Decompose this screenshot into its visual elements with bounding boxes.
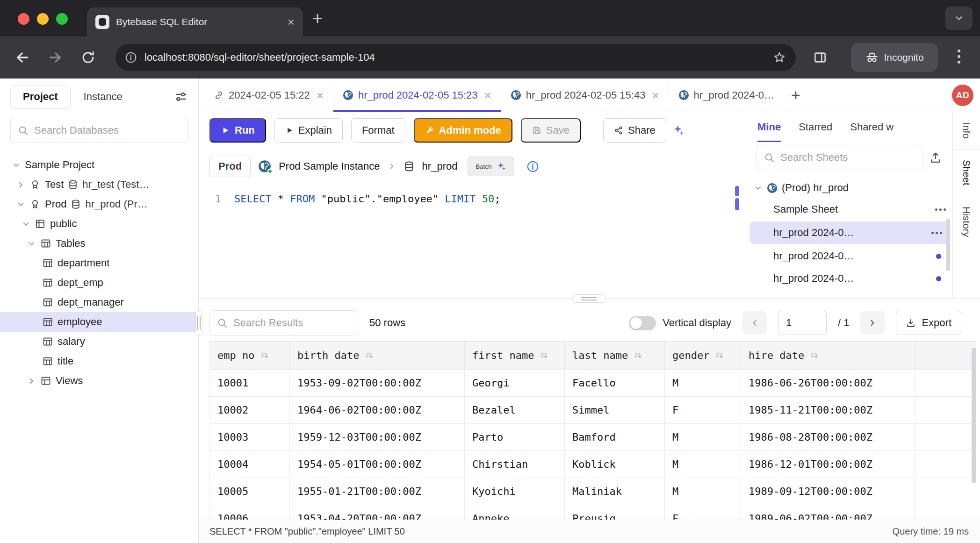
admin-mode-button[interactable]: Admin mode [414, 118, 512, 143]
tree-item-salary[interactable]: salary [0, 332, 198, 351]
save-button[interactable]: Save [521, 118, 581, 143]
column-header-gender[interactable]: gender [665, 342, 741, 370]
sheet-panel-scrollbar[interactable] [946, 219, 950, 271]
database-search-input[interactable] [34, 124, 181, 136]
share-button[interactable]: Share [603, 118, 666, 143]
batch-button[interactable]: Batch [468, 157, 514, 176]
line-number: 1 [199, 193, 234, 205]
tree-item-prod[interactable]: Prod hr_prod (Pr… [0, 194, 198, 214]
sheet-tab-close-icon[interactable]: × [317, 89, 324, 101]
sheet-item-3[interactable]: hr_prod 2024-0… [746, 245, 952, 267]
sheet-tab-3[interactable]: hr_prod 2024-02-05 15:43 × [501, 79, 669, 112]
results-search-input[interactable] [233, 317, 351, 329]
tree-item-employee[interactable]: employee [0, 312, 198, 332]
postgres-icon [343, 90, 353, 100]
sheet-item-4[interactable]: hr_prod 2024-0… [746, 267, 952, 290]
tab-sheet[interactable]: Sheet [961, 150, 972, 196]
tree-item-views[interactable]: Views [0, 371, 198, 391]
tab-project[interactable]: Project [10, 85, 71, 108]
scrollbar-mark[interactable] [735, 186, 739, 196]
tab-instance[interactable]: Instance [84, 91, 122, 103]
sql-editor[interactable]: 1 SELECT * FROM "public"."employee" LIMI… [199, 184, 746, 298]
tree-item-tables[interactable]: Tables [0, 234, 198, 253]
tab-search-button[interactable] [945, 7, 973, 30]
tree-item-test[interactable]: Test hr_test (Test… [0, 175, 198, 194]
panel-splitter[interactable] [199, 298, 980, 305]
window-close-button[interactable] [18, 13, 29, 25]
ai-sparkles-icon[interactable] [672, 124, 685, 137]
site-info-icon[interactable] [125, 51, 137, 64]
sheet-tab-close-icon[interactable]: × [652, 89, 659, 101]
sidebar-resize-handle[interactable] [195, 310, 202, 336]
tab-mine[interactable]: Mine [757, 112, 781, 142]
sheet-item-selected[interactable]: hr_prod 2024-0… [750, 221, 949, 244]
reload-icon[interactable] [80, 50, 96, 65]
vertical-display-toggle[interactable] [629, 316, 656, 330]
tree-item-dept-manager[interactable]: dept_manager [0, 293, 198, 312]
splitter-handle[interactable] [572, 294, 606, 303]
column-header-last-name[interactable]: last_name [565, 342, 665, 370]
url-bar[interactable]: localhost:8080/sql-editor/sheet/project-… [115, 44, 796, 71]
sheet-tab-4[interactable]: hr_prod 2024-0… [669, 79, 784, 112]
column-header-emp-no[interactable]: emp_no [210, 342, 290, 370]
caret-down-icon[interactable] [12, 161, 21, 170]
browser-tab[interactable]: Bytebase SQL Editor × [87, 7, 303, 36]
export-button[interactable]: Export [896, 311, 961, 335]
back-icon[interactable] [14, 49, 31, 66]
column-header-hire-date[interactable]: hire_date [741, 342, 916, 370]
tree-item-sample-project[interactable]: Sample Project [0, 155, 198, 175]
window-minimize-button[interactable] [37, 13, 49, 25]
sheet-tab-close-icon[interactable]: × [484, 89, 491, 101]
next-page-button[interactable] [860, 311, 885, 335]
new-sheet-button[interactable]: + [784, 79, 808, 112]
new-tab-button[interactable]: + [312, 9, 323, 27]
window-zoom-button[interactable] [56, 13, 68, 25]
format-button[interactable]: Format [351, 118, 405, 143]
table-row[interactable]: 100011953-09-02T00:00:00ZGeorgiFacelloM1… [210, 370, 976, 397]
tree-item-title[interactable]: title [0, 351, 198, 371]
table-row[interactable]: 100061953-04-20T00:00:00ZAnnekePreusigF1… [210, 505, 976, 520]
sheet-tab-label: 2024-02-05 15:22 [229, 89, 310, 101]
caret-down-icon[interactable] [754, 184, 763, 193]
explain-button[interactable]: Explain [274, 118, 343, 143]
scrollbar-mark[interactable] [735, 198, 739, 210]
browser-tab-close-icon[interactable]: × [288, 16, 295, 28]
forward-icon[interactable] [47, 49, 64, 66]
upload-sheet-icon[interactable] [929, 151, 942, 164]
caret-right-icon[interactable] [27, 377, 36, 386]
table-row[interactable]: 100041954-05-01T00:00:00ZChirstianKoblic… [210, 451, 976, 478]
caret-down-icon[interactable] [27, 239, 36, 248]
tree-item-dept-emp[interactable]: dept_emp [0, 273, 198, 293]
prev-page-button[interactable] [742, 311, 767, 335]
tree-item-department[interactable]: department [0, 253, 198, 273]
table-row[interactable]: 100051955-01-21T00:00:00ZKyoichiMaliniak… [210, 478, 976, 505]
page-input[interactable] [778, 311, 827, 335]
tab-starred[interactable]: Starred [799, 112, 832, 142]
tree-item-public[interactable]: public [0, 214, 198, 234]
caret-right-icon[interactable] [16, 180, 25, 189]
info-icon[interactable] [526, 160, 539, 173]
sheet-group-row[interactable]: (Prod) hr_prod [746, 178, 952, 198]
browser-menu-icon[interactable] [958, 50, 960, 64]
tab-shared[interactable]: Shared w [850, 112, 894, 142]
table-row[interactable]: 100031959-12-03T00:00:00ZPartoBamfordM19… [210, 424, 976, 451]
tab-info[interactable]: Info [961, 112, 972, 149]
side-panel-icon[interactable] [813, 50, 828, 65]
run-button[interactable]: Run [209, 118, 266, 143]
caret-down-icon[interactable] [22, 220, 30, 229]
sheet-tab-2-active[interactable]: hr_prod 2024-02-05 15:23 × [333, 79, 501, 112]
results-scrollbar[interactable] [972, 348, 976, 483]
column-header-first-name[interactable]: first_name [465, 342, 565, 370]
more-menu-icon[interactable] [931, 232, 942, 234]
sheet-search-input[interactable] [780, 151, 915, 164]
sheet-item-sample-sheet[interactable]: Sample Sheet [746, 198, 952, 221]
filter-settings-icon[interactable] [174, 90, 188, 104]
bookmark-star-icon[interactable] [772, 50, 786, 64]
more-menu-icon[interactable] [935, 208, 946, 211]
column-header-birth-date[interactable]: birth_date [290, 342, 465, 370]
user-avatar[interactable]: AD [952, 85, 973, 106]
caret-down-icon[interactable] [16, 200, 25, 209]
table-row[interactable]: 100021964-06-02T00:00:00ZBezalelSimmelF1… [210, 397, 976, 424]
sheet-tab-1[interactable]: 2024-02-05 15:22 × [204, 79, 333, 112]
tab-history[interactable]: History [961, 196, 972, 247]
